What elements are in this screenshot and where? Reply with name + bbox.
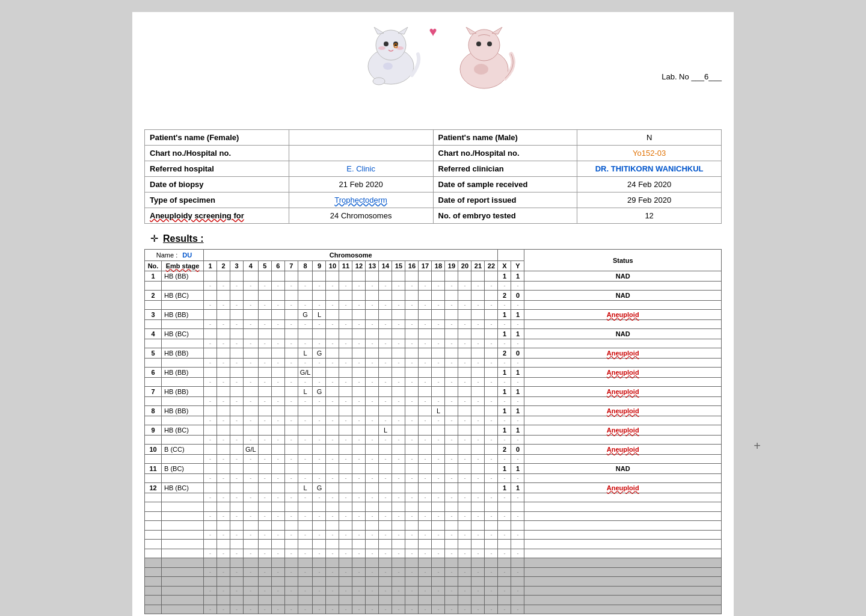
table-row	[145, 596, 722, 605]
dash-row: ------------------------	[145, 493, 722, 502]
chr-1-cell	[204, 271, 217, 282]
dash-row: ------------------------	[145, 512, 722, 521]
chr-8-cell: G	[298, 310, 313, 320]
col-19-header: 19	[445, 261, 458, 271]
x-cell	[498, 558, 511, 568]
row-no	[145, 596, 162, 605]
embryo-tested-label: No. of embryo tested	[433, 208, 577, 224]
chr-8-cell	[298, 540, 313, 549]
chr-5-cell	[258, 406, 271, 416]
chr-7-cell	[284, 368, 298, 378]
chr-7-cell	[284, 406, 298, 416]
chr-15-cell	[392, 329, 405, 339]
status-cell: NAD	[524, 329, 722, 339]
scroll-down-button[interactable]: +	[754, 439, 761, 453]
chr-6-cell	[271, 464, 284, 474]
chr-21-cell	[471, 464, 485, 474]
chr-7-cell	[284, 271, 298, 282]
chr-20-cell	[458, 329, 471, 339]
chr-1-cell	[204, 521, 217, 531]
date-biopsy-value: 21 Feb 2020	[289, 177, 433, 192]
col-4-header: 4	[244, 261, 259, 271]
y-cell: 1	[511, 425, 524, 436]
table-row	[145, 521, 722, 531]
status-cell: Aneuploid	[524, 445, 722, 455]
row-no	[145, 540, 162, 549]
chr-16-cell	[405, 445, 419, 455]
col-9-header: 9	[313, 261, 326, 271]
chr-22-cell	[485, 406, 498, 416]
row-emb	[162, 596, 204, 605]
chr-1-cell	[204, 596, 217, 605]
row-emb	[162, 502, 204, 512]
type-specimen-value: Trophectoderm	[289, 192, 433, 208]
chr-2-cell	[217, 577, 230, 587]
row-no: 9	[145, 425, 162, 436]
chr-17-cell	[419, 445, 432, 455]
chr-10-cell	[326, 271, 339, 282]
dash-row: ------------------------	[145, 605, 722, 614]
chr-8-cell: G/L	[298, 368, 313, 378]
chr-15-cell	[392, 596, 405, 605]
chr-3-cell	[230, 387, 244, 397]
svg-point-15	[476, 42, 481, 46]
chr-13-cell	[366, 291, 379, 301]
chr-15-cell	[392, 540, 405, 549]
chr-17-cell	[419, 271, 432, 282]
chr-2-cell	[217, 387, 230, 397]
chr-18-cell	[432, 387, 445, 397]
dash-row: ------------------------	[145, 531, 722, 540]
chr-11-cell	[339, 577, 352, 587]
y-cell: 0	[511, 445, 524, 455]
chr-6-cell	[271, 387, 284, 397]
chr-13-cell	[366, 445, 379, 455]
chr-18-cell	[432, 291, 445, 301]
chr-20-cell	[458, 425, 471, 436]
chr-18-cell	[432, 271, 445, 282]
date-report-value: 29 Feb 2020	[577, 192, 722, 208]
chr-20-cell	[458, 445, 471, 455]
table-row: 7HB (BB)LG11Aneuploid	[145, 387, 722, 397]
col-emb-header: Emb stage	[162, 261, 204, 271]
chr-4-cell	[244, 425, 259, 436]
dash-row: ------------------------	[145, 416, 722, 425]
chr-21-cell	[471, 329, 485, 339]
chr-17-cell	[419, 540, 432, 549]
chr-5-cell	[258, 291, 271, 301]
row-emb	[162, 540, 204, 549]
chr-11-cell	[339, 310, 352, 320]
chr-14-cell	[379, 521, 392, 531]
chr-4-cell	[244, 540, 259, 549]
chr-16-cell	[405, 348, 419, 359]
chr-10-cell	[326, 387, 339, 397]
chr-22-cell	[485, 348, 498, 359]
chr-22-cell	[485, 558, 498, 568]
chr-7-cell	[284, 502, 298, 512]
chr-16-cell	[405, 577, 419, 587]
chr-10-cell	[326, 445, 339, 455]
chr-10-cell	[326, 368, 339, 378]
row-emb: HB (BB)	[162, 387, 204, 397]
chr-17-cell	[419, 483, 432, 493]
row-no: 12	[145, 483, 162, 493]
col-7-header: 7	[284, 261, 298, 271]
col-20-header: 20	[458, 261, 471, 271]
chr-9-cell: L	[313, 310, 326, 320]
chr-14-cell	[379, 577, 392, 587]
chr-13-cell	[366, 329, 379, 339]
chr-13-cell	[366, 464, 379, 474]
chr-21-cell	[471, 310, 485, 320]
chr-15-cell	[392, 291, 405, 301]
chr-12-cell	[352, 445, 366, 455]
table-row	[145, 502, 722, 512]
chr-4-cell	[244, 406, 259, 416]
chr-8-cell	[298, 271, 313, 282]
chr-4-cell	[244, 387, 259, 397]
chr-3-cell	[230, 464, 244, 474]
svg-marker-14	[492, 27, 502, 34]
chr-21-cell	[471, 540, 485, 549]
chr-15-cell	[392, 558, 405, 568]
chr-16-cell	[405, 387, 419, 397]
chr-12-cell	[352, 387, 366, 397]
chr-8-cell	[298, 464, 313, 474]
